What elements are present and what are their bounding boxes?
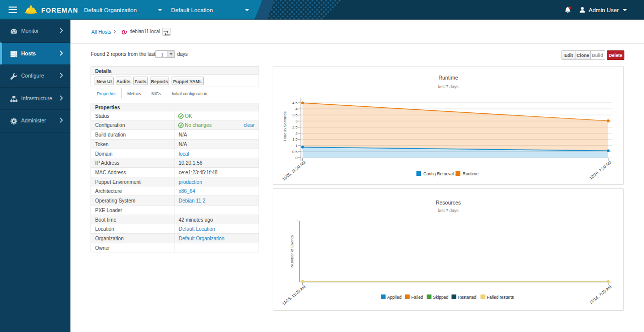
svg-text:0: 0 — [295, 156, 297, 160]
svg-text:4.5: 4.5 — [292, 101, 297, 105]
svg-text:Failed restarts: Failed restarts — [487, 295, 514, 300]
svg-text:12/16, 7:20 AM: 12/16, 7:20 AM — [589, 160, 613, 180]
svg-text:Runtime: Runtime — [463, 171, 479, 176]
svg-text:Restarted: Restarted — [458, 295, 476, 300]
svg-text:Resources: Resources — [436, 200, 461, 206]
svg-text:3: 3 — [295, 119, 297, 123]
svg-text:3.5: 3.5 — [292, 113, 297, 117]
svg-text:1: 1 — [295, 144, 297, 148]
svg-text:Config Retrieval: Config Retrieval — [424, 171, 454, 176]
svg-text:Runtime: Runtime — [438, 75, 458, 81]
svg-text:last 7 days: last 7 days — [438, 84, 459, 89]
svg-text:Applied: Applied — [387, 295, 402, 300]
svg-text:12/16, 7:20 AM: 12/16, 7:20 AM — [589, 284, 613, 305]
svg-text:Number of Events: Number of Events — [290, 235, 294, 268]
svg-text:1.5: 1.5 — [292, 137, 297, 142]
svg-text:2: 2 — [295, 131, 297, 136]
svg-text:last 7 days: last 7 days — [438, 208, 459, 213]
svg-text:Failed: Failed — [412, 295, 423, 300]
svg-text:11/25, 11:20 AM: 11/25, 11:20 AM — [281, 160, 306, 181]
svg-text:0.5: 0.5 — [292, 150, 297, 154]
svg-text:2.5: 2.5 — [292, 125, 297, 129]
svg-text:11/25, 11:20 AM: 11/25, 11:20 AM — [281, 284, 306, 306]
svg-text:Skipped: Skipped — [433, 295, 449, 300]
svg-text:4: 4 — [295, 107, 297, 111]
svg-text:Time in Seconds: Time in Seconds — [283, 111, 287, 141]
